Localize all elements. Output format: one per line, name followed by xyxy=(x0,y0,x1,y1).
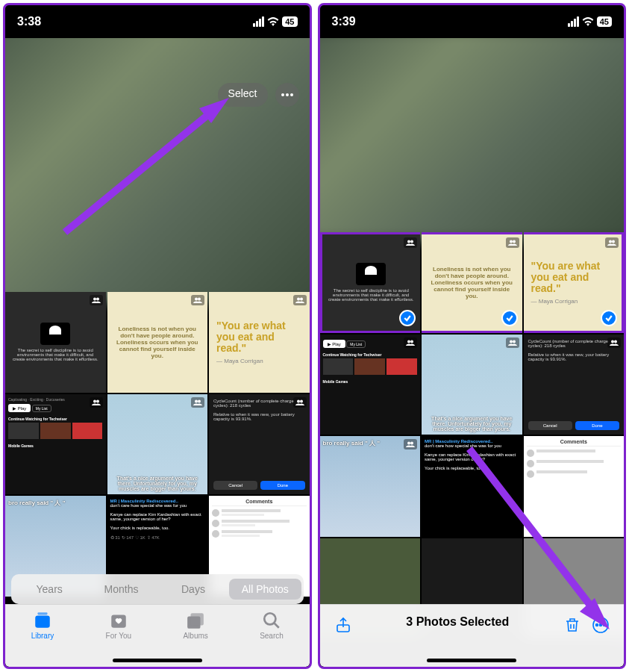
svg-point-32 xyxy=(510,340,513,343)
cellular-icon xyxy=(253,16,264,27)
svg-point-15 xyxy=(297,399,300,402)
shared-icon xyxy=(293,295,307,305)
svg-point-5 xyxy=(93,298,96,301)
photo-thumbnail-selected[interactable]: Loneliness is not when you don't have pe… xyxy=(422,232,522,333)
side-by-side-container: 3:38 45 Select xyxy=(0,0,629,672)
svg-point-26 xyxy=(510,240,513,243)
svg-point-34 xyxy=(611,340,614,343)
segment-all-photos[interactable]: All Photos xyxy=(229,579,301,600)
svg-point-10 xyxy=(300,298,303,301)
svg-point-37 xyxy=(410,442,413,445)
wifi-icon xyxy=(267,17,279,26)
shared-icon xyxy=(404,237,417,248)
more-button[interactable] xyxy=(275,83,299,107)
svg-point-14 xyxy=(198,399,201,402)
shared-icon xyxy=(506,337,519,348)
search-icon xyxy=(262,611,281,630)
photo-thumbnail[interactable]: "You are what you eat and read." — Maya … xyxy=(209,292,310,393)
segment-months[interactable]: Months xyxy=(85,579,157,600)
svg-point-9 xyxy=(297,298,300,301)
status-bar: 3:39 45 xyxy=(320,5,625,38)
svg-point-27 xyxy=(513,240,516,243)
svg-point-13 xyxy=(195,399,198,402)
albums-icon xyxy=(186,611,205,630)
svg-point-7 xyxy=(195,298,198,301)
annotation-arrow-right xyxy=(462,441,625,638)
segment-years[interactable]: Years xyxy=(13,579,85,600)
svg-rect-21 xyxy=(191,613,204,625)
photos-selection-view: The secret to self discipline is to avoi… xyxy=(320,38,625,667)
svg-point-16 xyxy=(300,399,303,402)
svg-point-0 xyxy=(281,93,284,96)
photo-thumbnail[interactable]: Loneliness is not when you don't have pe… xyxy=(107,292,208,393)
home-indicator[interactable] xyxy=(113,659,202,662)
foryou-icon xyxy=(109,611,128,630)
shared-icon xyxy=(605,237,619,248)
svg-rect-17 xyxy=(35,616,50,628)
photo-grid[interactable]: The secret to self discipline is to avoi… xyxy=(5,292,310,597)
svg-rect-18 xyxy=(37,612,47,615)
photo-thumbnail[interactable]: ▶ Play My List Continue Watching for Tec… xyxy=(320,335,421,435)
shared-icon xyxy=(293,397,307,408)
library-icon xyxy=(33,611,52,630)
svg-line-38 xyxy=(469,449,596,613)
wifi-icon xyxy=(582,17,594,26)
tab-search[interactable]: Search xyxy=(260,611,284,640)
tab-bar: Library For You Albums Search xyxy=(5,604,310,667)
svg-point-22 xyxy=(264,613,275,624)
svg-point-36 xyxy=(407,442,410,445)
screenshot-left: 3:38 45 Select xyxy=(3,3,312,669)
tab-foryou[interactable]: For You xyxy=(106,611,131,640)
share-button[interactable] xyxy=(334,615,353,635)
checkmark-icon xyxy=(601,310,617,326)
photo-thumbnail[interactable]: bro really said " 人 " xyxy=(320,436,421,537)
tab-albums[interactable]: Albums xyxy=(183,611,207,640)
tab-library[interactable]: Library xyxy=(31,611,54,640)
svg-point-25 xyxy=(410,240,413,243)
svg-point-30 xyxy=(407,340,410,343)
shared-icon xyxy=(90,397,103,408)
svg-point-1 xyxy=(286,93,289,96)
shared-icon xyxy=(506,237,519,248)
svg-point-35 xyxy=(614,340,617,343)
photos-library-view: Select The secret to self discipline is … xyxy=(5,38,310,667)
checkmark-icon xyxy=(501,310,518,326)
svg-point-8 xyxy=(198,298,201,301)
status-right: 45 xyxy=(568,16,612,27)
shared-icon xyxy=(191,295,204,305)
shared-icon xyxy=(404,439,417,449)
photo-thumbnail[interactable]: Captivating · Exciting · Docuseries ▶ Pl… xyxy=(5,394,106,495)
shared-icon xyxy=(90,295,103,305)
svg-line-23 xyxy=(274,623,279,628)
home-indicator[interactable] xyxy=(427,659,516,662)
svg-point-2 xyxy=(290,93,293,96)
status-right: 45 xyxy=(253,16,297,27)
svg-point-28 xyxy=(609,240,612,243)
photo-thumbnail[interactable]: The secret to self discipline is to avoi… xyxy=(5,292,106,393)
hero-blur-photo xyxy=(320,38,625,242)
svg-point-33 xyxy=(513,340,516,343)
photo-thumbnail-selected[interactable]: "You are what you eat and read." — Maya … xyxy=(524,232,625,333)
status-time: 3:39 xyxy=(332,15,356,28)
photo-thumbnail[interactable]: That's a nice argument you have there. U… xyxy=(107,394,208,495)
photo-thumbnail[interactable]: CycleCount (number of complete charge cy… xyxy=(209,394,310,495)
status-time: 3:38 xyxy=(17,15,41,28)
shared-icon xyxy=(191,397,204,408)
photo-thumbnail[interactable]: CycleCount (number of complete charge cy… xyxy=(524,335,625,435)
photo-thumbnail[interactable]: That's a nice argument you have there. U… xyxy=(422,335,522,435)
svg-point-31 xyxy=(410,340,413,343)
annotation-arrow-left xyxy=(57,98,237,243)
shared-icon xyxy=(607,337,621,348)
segment-days[interactable]: Days xyxy=(157,579,229,600)
svg-line-3 xyxy=(65,110,214,232)
svg-point-24 xyxy=(407,240,410,243)
battery-level: 45 xyxy=(597,16,612,27)
view-segmented-control[interactable]: Years Months Days All Photos xyxy=(11,574,304,604)
shared-icon xyxy=(404,337,417,348)
photo-thumbnail-selected[interactable]: The secret to self discipline is to avoi… xyxy=(320,232,421,333)
status-bar: 3:38 45 xyxy=(5,5,310,38)
cellular-icon xyxy=(568,16,579,27)
svg-point-12 xyxy=(96,399,99,402)
svg-point-6 xyxy=(96,298,99,301)
svg-point-11 xyxy=(93,399,96,402)
